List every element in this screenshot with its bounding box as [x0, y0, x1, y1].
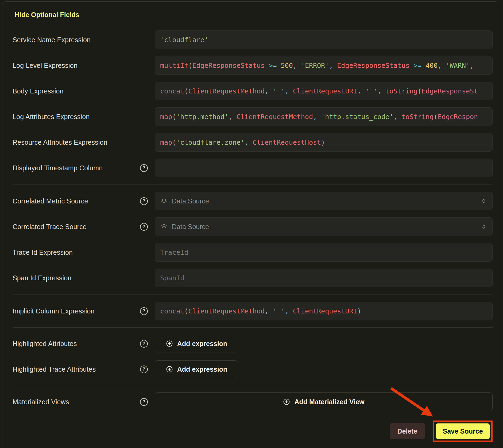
implicit-column-label: Implicit Column Expression	[13, 307, 95, 315]
correlated-metric-label: Correlated Metric Source	[13, 197, 88, 205]
help-icon[interactable]: ?	[140, 340, 148, 348]
body-expression-row: Body Expression concat(ClientRequestMeth…	[13, 82, 493, 100]
service-name-label: Service Name Expression	[13, 36, 91, 44]
log-attributes-row: Log Attributes Expression map('http.meth…	[13, 107, 493, 126]
add-materialized-view-label: Add Materialized View	[294, 398, 364, 406]
trace-id-row: Trace Id Expression	[13, 243, 493, 262]
help-icon[interactable]: ?	[140, 223, 148, 231]
correlated-trace-row: Correlated Trace Source ? Data Source	[13, 217, 493, 236]
select-placeholder: Data Source	[172, 223, 209, 231]
span-id-input[interactable]	[155, 269, 493, 287]
add-expression-label: Add expression	[177, 366, 227, 373]
red-highlight-box: Save Source	[433, 421, 493, 442]
materialized-views-row: Materialized Views ? Add Materialized Vi…	[13, 392, 493, 411]
correlated-trace-label: Correlated Trace Source	[13, 223, 87, 231]
add-materialized-view-button[interactable]: Add Materialized View	[155, 392, 493, 411]
hide-optional-fields-link[interactable]: Hide Optional Fields	[15, 11, 79, 18]
save-source-button[interactable]: Save Source	[436, 423, 490, 439]
service-name-input[interactable]: 'cloudflare'	[155, 30, 493, 49]
body-expression-label: Body Expression	[13, 87, 64, 95]
layers-icon	[160, 198, 168, 205]
displayed-timestamp-row: Displayed Timestamp Column ?	[13, 159, 493, 177]
trace-id-label: Trace Id Expression	[13, 249, 73, 256]
resource-attributes-input[interactable]: map('cloudflare.zone', ClientRequestHost…	[155, 133, 493, 152]
span-id-label: Span Id Expression	[13, 274, 71, 282]
body-expression-input[interactable]: concat(ClientRequestMethod, ' ', ClientR…	[155, 82, 493, 100]
materialized-views-label: Materialized Views	[13, 398, 69, 406]
correlated-metric-row: Correlated Metric Source ? Data Source	[13, 192, 493, 210]
help-icon[interactable]: ?	[140, 197, 148, 205]
add-expression-button[interactable]: Add expression	[155, 360, 238, 378]
source-settings-panel: Hide Optional Fields Service Name Expres…	[2, 1, 499, 448]
plus-circle-icon	[166, 340, 173, 347]
delete-button[interactable]: Delete	[390, 423, 425, 439]
divider	[13, 23, 493, 23]
divider	[13, 184, 493, 184]
select-placeholder: Data Source	[172, 197, 209, 205]
divider	[13, 327, 493, 328]
correlated-metric-select[interactable]: Data Source	[155, 192, 493, 210]
resource-attributes-row: Resource Attributes Expression map('clou…	[13, 133, 493, 152]
plus-circle-icon	[283, 398, 290, 406]
divider	[13, 385, 493, 385]
highlighted-trace-attributes-row: Highlighted Trace Attributes ? Add expre…	[13, 360, 493, 378]
log-level-input[interactable]: multiIf(EdgeResponseStatus >= 500, 'ERRO…	[155, 56, 493, 75]
trace-id-input[interactable]	[155, 243, 493, 262]
help-icon[interactable]: ?	[140, 164, 148, 172]
highlighted-attributes-row: Highlighted Attributes ? Add expression	[13, 335, 493, 352]
correlated-trace-select[interactable]: Data Source	[155, 217, 493, 236]
help-icon[interactable]: ?	[140, 307, 148, 315]
span-id-row: Span Id Expression	[13, 269, 493, 287]
implicit-column-input[interactable]: concat(ClientRequestMethod, ' ', ClientR…	[155, 302, 493, 320]
resource-attributes-label: Resource Attributes Expression	[13, 139, 107, 146]
divider	[13, 294, 493, 294]
service-name-row: Service Name Expression 'cloudflare'	[13, 30, 493, 49]
chevron-selector-icon	[481, 198, 487, 204]
implicit-column-row: Implicit Column Expression ? concat(Clie…	[13, 302, 493, 320]
plus-circle-icon	[166, 366, 173, 373]
footer-actions: Delete Save Source	[13, 421, 493, 441]
add-expression-label: Add expression	[177, 340, 227, 348]
highlighted-attributes-label: Highlighted Attributes	[13, 340, 77, 348]
log-attributes-label: Log Attributes Expression	[13, 113, 90, 121]
log-level-row: Log Level Expression multiIf(EdgeRespons…	[13, 56, 493, 75]
chevron-selector-icon	[481, 223, 487, 230]
log-level-label: Log Level Expression	[13, 62, 78, 69]
help-icon[interactable]: ?	[140, 398, 148, 406]
highlighted-trace-attributes-label: Highlighted Trace Attributes	[13, 366, 96, 373]
log-attributes-input[interactable]: map('http.method', ClientRequestMethod, …	[155, 107, 493, 126]
displayed-timestamp-label: Displayed Timestamp Column	[13, 164, 103, 172]
displayed-timestamp-input[interactable]	[155, 159, 493, 177]
layers-icon	[160, 223, 168, 230]
help-icon[interactable]: ?	[140, 366, 148, 373]
add-expression-button[interactable]: Add expression	[155, 335, 238, 352]
